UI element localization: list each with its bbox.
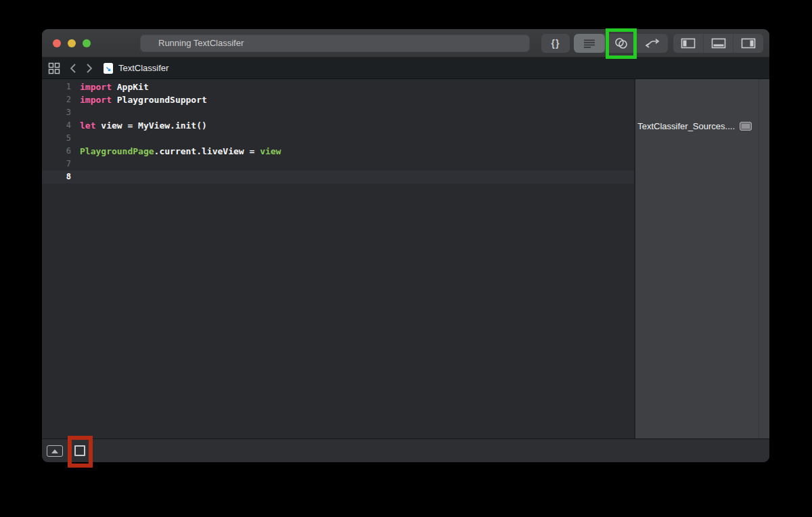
swift-arrow-glyph: ↘ — [106, 65, 111, 72]
debug-area-toggle-icon[interactable] — [47, 445, 63, 457]
standard-editor-icon — [582, 38, 597, 49]
code-lines: 1import AppKit2import PlaygroundSupport3… — [42, 81, 634, 183]
navigator-panel-icon — [681, 38, 696, 49]
editor-mode-segmented-control — [574, 34, 668, 53]
assistant-editor-button[interactable] — [605, 34, 637, 53]
code-line[interactable]: 7 — [42, 158, 634, 171]
show-result-button[interactable] — [740, 122, 752, 131]
code-text: let view = MyView.init() — [71, 119, 207, 132]
code-line[interactable]: 5 — [42, 132, 634, 145]
sidebar-inner-divider — [759, 79, 759, 439]
back-chevron-icon[interactable] — [70, 63, 76, 74]
xcode-playground-window: Running TextClassifer {} — [42, 29, 769, 462]
code-text: import AppKit — [71, 81, 149, 93]
code-text: PlaygroundPage.current.liveView = view — [71, 145, 281, 158]
line-number: 8 — [42, 171, 71, 183]
jump-bar: ↘ TextClassifer — [42, 58, 769, 79]
minimize-window-button[interactable] — [68, 39, 76, 47]
code-text: import PlaygroundSupport — [71, 93, 207, 106]
close-window-button[interactable] — [53, 39, 61, 47]
main-area: 1import AppKit2import PlaygroundSupport3… — [42, 79, 769, 439]
toggle-debug-panel-button[interactable] — [703, 34, 734, 53]
line-number: 6 — [42, 145, 71, 158]
code-line[interactable]: 3 — [42, 106, 634, 119]
zoom-window-button[interactable] — [83, 39, 91, 47]
toggle-inspector-panel-button[interactable] — [733, 34, 763, 53]
code-text — [71, 106, 80, 119]
playground-result-row: TextClassifer_Sources.... — [635, 120, 752, 132]
triangle-glyph — [51, 449, 58, 453]
braces-icon: {} — [551, 38, 560, 49]
version-editor-icon — [644, 37, 661, 49]
version-editor-button[interactable] — [636, 34, 668, 53]
results-sidebar: TextClassifer_Sources.... — [635, 79, 769, 439]
panel-toggle-segmented-control — [673, 34, 763, 53]
code-line[interactable]: 6PlaygroundPage.current.liveView = view — [42, 145, 634, 158]
line-number: 1 — [42, 81, 71, 93]
title-bar: Running TextClassifer {} — [42, 29, 769, 58]
line-number: 5 — [42, 132, 71, 145]
inspector-panel-icon — [741, 38, 756, 49]
code-line[interactable]: 8 — [42, 171, 634, 183]
assistant-editor-icon — [613, 37, 629, 49]
code-line[interactable]: 1import AppKit — [42, 81, 634, 93]
code-text — [71, 158, 80, 171]
line-number: 7 — [42, 158, 71, 171]
result-label: TextClassifer_Sources.... — [637, 121, 735, 131]
line-number: 4 — [42, 119, 71, 132]
code-snippet-button[interactable]: {} — [541, 34, 570, 53]
activity-status-text: Running TextClassifer — [158, 38, 244, 48]
code-text — [71, 132, 80, 145]
debug-panel-icon — [711, 38, 726, 49]
activity-viewer: Running TextClassifer — [140, 35, 530, 52]
stop-icon[interactable] — [74, 445, 85, 456]
source-editor[interactable]: 1import AppKit2import PlaygroundSupport3… — [42, 79, 634, 439]
toggle-navigator-panel-button[interactable] — [673, 34, 703, 53]
playground-file-icon: ↘ — [104, 63, 113, 74]
line-number: 2 — [42, 93, 71, 106]
debug-bar — [42, 439, 769, 462]
standard-editor-button[interactable] — [574, 34, 605, 53]
jump-bar-file-name[interactable]: TextClassifer — [118, 63, 168, 73]
code-line[interactable]: 2import PlaygroundSupport — [42, 93, 634, 106]
code-line[interactable]: 4let view = MyView.init() — [42, 119, 634, 132]
related-items-grid-icon[interactable] — [48, 62, 60, 74]
line-number: 3 — [42, 106, 71, 119]
code-text — [71, 171, 80, 183]
forward-chevron-icon[interactable] — [86, 63, 93, 74]
screen-background: Running TextClassifer {} — [0, 0, 812, 517]
